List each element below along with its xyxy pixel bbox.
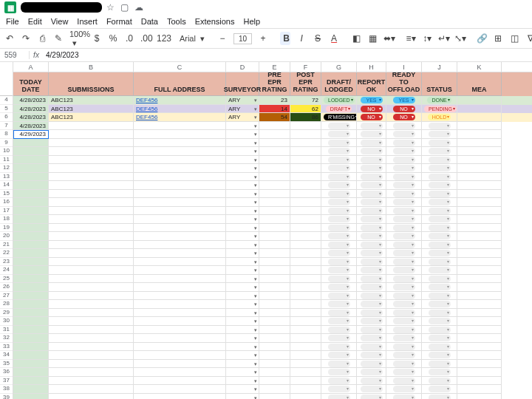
- cell[interactable]: [290, 224, 321, 233]
- status-pill[interactable]: YES: [393, 97, 415, 103]
- row-header[interactable]: 26: [0, 283, 13, 292]
- cell[interactable]: [49, 334, 134, 343]
- cell[interactable]: [13, 385, 49, 394]
- cell[interactable]: [13, 258, 49, 267]
- cell[interactable]: [457, 385, 502, 394]
- cell[interactable]: [321, 249, 357, 258]
- cell[interactable]: [290, 385, 321, 394]
- cell[interactable]: [321, 292, 357, 301]
- cell[interactable]: [226, 300, 259, 309]
- cell[interactable]: [259, 275, 290, 284]
- print-icon[interactable]: ⎙: [37, 33, 47, 44]
- cell[interactable]: [386, 258, 422, 267]
- date-cell[interactable]: 4/28/2023: [13, 105, 49, 114]
- cell[interactable]: [457, 377, 502, 386]
- surveyor-cell[interactable]: ARY: [226, 96, 259, 105]
- status-pill[interactable]: [393, 225, 415, 231]
- cell[interactable]: [422, 241, 457, 250]
- cell[interactable]: [226, 317, 259, 326]
- cell[interactable]: [259, 232, 290, 241]
- cloud-icon[interactable]: ☁: [134, 2, 143, 13]
- format-num-button[interactable]: 123: [157, 33, 167, 44]
- status-pill[interactable]: [361, 148, 383, 154]
- cell[interactable]: [321, 190, 357, 199]
- surveyor-cell[interactable]: ARY: [226, 113, 259, 122]
- cell[interactable]: [321, 232, 357, 241]
- halign-button[interactable]: ≡▾: [406, 33, 416, 44]
- status-pill[interactable]: [361, 361, 383, 367]
- row-header[interactable]: 4: [0, 96, 13, 105]
- cell[interactable]: [457, 173, 502, 182]
- status-pill[interactable]: [328, 276, 350, 282]
- status-pill[interactable]: [361, 335, 383, 341]
- row-header[interactable]: 10: [0, 147, 13, 156]
- chart-icon[interactable]: ◫: [509, 33, 519, 44]
- cell[interactable]: [134, 275, 226, 284]
- status-pill[interactable]: [361, 352, 383, 358]
- submission-cell[interactable]: ABC123: [49, 105, 134, 114]
- cell[interactable]: [386, 139, 422, 148]
- cell[interactable]: [134, 139, 226, 148]
- status-pill[interactable]: [361, 395, 383, 400]
- status-pill[interactable]: [328, 361, 350, 367]
- status-pill[interactable]: [328, 250, 350, 256]
- cell[interactable]: [422, 292, 457, 301]
- cell[interactable]: [290, 334, 321, 343]
- cell[interactable]: [226, 164, 259, 173]
- cell[interactable]: [321, 343, 357, 352]
- cell[interactable]: [134, 283, 226, 292]
- cell[interactable]: [226, 283, 259, 292]
- cell[interactable]: [226, 360, 259, 369]
- status-pill[interactable]: [328, 233, 350, 239]
- cell[interactable]: [259, 377, 290, 386]
- cell[interactable]: [134, 156, 226, 165]
- status-pill[interactable]: [393, 361, 415, 367]
- cell[interactable]: [422, 368, 457, 377]
- cell[interactable]: [357, 156, 386, 165]
- cell[interactable]: [259, 224, 290, 233]
- cell[interactable]: [457, 275, 502, 284]
- cell[interactable]: [422, 198, 457, 207]
- cell[interactable]: [457, 198, 502, 207]
- row-header[interactable]: 22: [0, 249, 13, 258]
- cell[interactable]: [134, 249, 226, 258]
- cell[interactable]: [457, 300, 502, 309]
- cell[interactable]: [259, 334, 290, 343]
- cell[interactable]: [259, 181, 290, 190]
- cell[interactable]: [321, 266, 357, 275]
- cell[interactable]: [357, 147, 386, 156]
- row-header[interactable]: 37: [0, 377, 13, 386]
- status-pill[interactable]: [328, 335, 350, 341]
- status-pill[interactable]: [429, 301, 451, 307]
- cell[interactable]: [134, 351, 226, 360]
- cell[interactable]: [386, 317, 422, 326]
- status-pill[interactable]: [393, 233, 415, 239]
- cell[interactable]: [321, 351, 357, 360]
- cell[interactable]: [226, 377, 259, 386]
- cell[interactable]: [457, 215, 502, 224]
- cell[interactable]: [134, 130, 226, 139]
- status-pill[interactable]: [361, 182, 383, 188]
- cell[interactable]: [422, 258, 457, 267]
- row-header[interactable]: 28: [0, 300, 13, 309]
- status-pill[interactable]: [361, 259, 383, 265]
- cell[interactable]: [357, 360, 386, 369]
- ready-cell[interactable]: NO: [386, 113, 422, 122]
- status-pill[interactable]: YES: [361, 97, 383, 103]
- cell[interactable]: [226, 368, 259, 377]
- cell[interactable]: [13, 266, 49, 275]
- comment-icon[interactable]: ⊞: [493, 33, 503, 44]
- cell[interactable]: [422, 232, 457, 241]
- valign-button[interactable]: ↕▾: [422, 33, 432, 44]
- cell[interactable]: [259, 147, 290, 156]
- cell[interactable]: [457, 283, 502, 292]
- status-pill[interactable]: [361, 199, 383, 205]
- row-header[interactable]: 29: [0, 309, 13, 318]
- cell[interactable]: [13, 343, 49, 352]
- cell[interactable]: [422, 275, 457, 284]
- cell[interactable]: [259, 360, 290, 369]
- cell[interactable]: [134, 309, 226, 318]
- cell[interactable]: [321, 326, 357, 335]
- status-pill[interactable]: [328, 157, 350, 163]
- cell[interactable]: [290, 360, 321, 369]
